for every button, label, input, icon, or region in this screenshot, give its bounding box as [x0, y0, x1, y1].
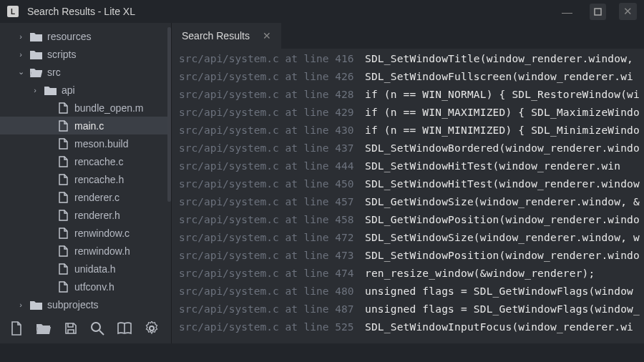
- tree-item-label: meson.build: [74, 138, 129, 150]
- result-location: src/api/system.c at line 437 (col 32):: [172, 140, 358, 157]
- folder-item[interactable]: ›resources: [0, 27, 171, 45]
- result-location: src/api/system.c at line 480 (col 46):: [172, 283, 358, 300]
- folder-icon: [30, 30, 42, 41]
- search-result-line[interactable]: src/api/system.c at line 480 (col 46): u…: [172, 283, 644, 300]
- file-icon: [57, 119, 69, 132]
- file-tree[interactable]: ›resources›scripts⌄src›apibundle_open.mm…: [0, 23, 171, 313]
- result-code: SDL_SetWindowTitle(window_renderer.windo…: [358, 50, 644, 68]
- close-icon[interactable]: ✕: [263, 30, 271, 41]
- search-result-line[interactable]: src/api/system.c at line 457 (col 28):SD…: [172, 193, 644, 211]
- file-item[interactable]: unidata.h: [0, 260, 171, 278]
- search-result-line[interactable]: src/api/system.c at line 525 (col 34):SD…: [172, 318, 644, 336]
- app-icon: L: [7, 6, 19, 17]
- result-location: src/api/system.c at line 472 (col 28):: [172, 229, 358, 247]
- result-code: unsigned flags = SDL_GetWindowFlags(wind…: [358, 283, 644, 300]
- search-result-line[interactable]: src/api/system.c at line 437 (col 32):SD…: [172, 140, 644, 157]
- file-item[interactable]: rencache.h: [0, 170, 171, 188]
- search-result-line[interactable]: src/api/system.c at line 474 (col 29):re…: [172, 265, 644, 283]
- search-result-line[interactable]: src/api/system.c at line 426 (col 34):SD…: [172, 68, 644, 86]
- file-icon: [57, 245, 69, 257]
- result-location: src/api/system.c at line 457 (col 28):: [172, 193, 358, 211]
- tabbar: Search Results ✕: [172, 23, 644, 49]
- search-result-line[interactable]: src/api/system.c at line 472 (col 28):SD…: [172, 229, 644, 247]
- file-item[interactable]: rencache.c: [0, 152, 171, 170]
- result-code: if (n == WIN_MINIMIZED) { SDL_MinimizeWi…: [358, 122, 644, 140]
- result-location: src/api/system.c at line 416 (col 29):: [172, 50, 358, 68]
- gear-icon[interactable]: [145, 321, 159, 336]
- chevron-right-icon[interactable]: ›: [17, 32, 24, 41]
- result-code: SDL_SetWindowBordered(window_renderer.wi…: [358, 140, 644, 157]
- book-icon[interactable]: [117, 322, 132, 335]
- file-icon: [57, 227, 69, 239]
- file-item[interactable]: renwindow.c: [0, 224, 171, 242]
- tree-item-label: rencache.h: [74, 174, 124, 185]
- result-code: if (n == WIN_NORMAL) { SDL_RestoreWindow…: [358, 86, 644, 104]
- svg-point-1: [92, 323, 100, 331]
- result-code: SDL_GetWindowPosition(window_renderer.wi…: [358, 211, 644, 229]
- file-item[interactable]: main.c: [0, 117, 171, 134]
- result-code: SDL_GetWindowSize(window_renderer.window…: [358, 193, 644, 211]
- file-item[interactable]: renderer.c: [0, 188, 171, 206]
- search-result-line[interactable]: src/api/system.c at line 473 (col 32):SD…: [172, 247, 644, 265]
- tab-search-results[interactable]: Search Results ✕: [172, 23, 282, 49]
- folder-item[interactable]: ›scripts: [0, 45, 171, 63]
- folder-item[interactable]: ⌄src: [0, 63, 171, 81]
- result-code: SDL_SetWindowHitTest(window_renderer.win: [358, 157, 644, 175]
- tree-item-label: renderer.c: [74, 192, 119, 203]
- search-result-line[interactable]: src/api/system.c at line 450 (col 31):SD…: [172, 175, 644, 193]
- file-item[interactable]: renwindow.h: [0, 242, 171, 260]
- chevron-right-icon[interactable]: ›: [31, 86, 39, 94]
- search-icon[interactable]: [90, 321, 104, 336]
- folder-icon: [44, 84, 56, 95]
- window-title: Search Results - Lite XL: [27, 6, 135, 17]
- file-icon: [57, 280, 69, 293]
- result-location: src/api/system.c at line 428 (col 51):: [172, 86, 358, 104]
- statusbar: [0, 343, 644, 362]
- folder-item[interactable]: ›subprojects: [0, 295, 171, 313]
- tree-item-label: bundle_open.m: [74, 102, 144, 114]
- result-location: src/api/system.c at line 473 (col 32):: [172, 247, 358, 265]
- search-result-line[interactable]: src/api/system.c at line 430 (col 55):if…: [172, 122, 644, 140]
- search-result-line[interactable]: src/api/system.c at line 429 (col 55):if…: [172, 104, 644, 122]
- result-code: SDL_SetWindowInputFocus(window_renderer.…: [358, 318, 644, 336]
- tree-item-label: subprojects: [47, 299, 99, 310]
- file-icon: [57, 209, 69, 221]
- new-file-icon[interactable]: [10, 321, 23, 336]
- folder-icon: [30, 298, 42, 310]
- result-code: if (n == WIN_MAXIMIZED) { SDL_MaximizeWi…: [358, 104, 644, 122]
- tree-item-label: renwindow.h: [74, 245, 130, 257]
- file-icon: [57, 191, 69, 203]
- chevron-right-icon[interactable]: ›: [17, 300, 24, 309]
- chevron-right-icon[interactable]: ›: [17, 50, 24, 59]
- file-item[interactable]: renderer.h: [0, 206, 171, 224]
- file-icon: [57, 137, 69, 150]
- file-icon: [57, 263, 69, 275]
- search-results-editor[interactable]: src/api/system.c at line 416 (col 29):SD…: [172, 49, 644, 343]
- maximize-button[interactable]: [590, 4, 606, 20]
- tree-item-label: utfconv.h: [74, 281, 114, 293]
- search-result-line[interactable]: src/api/system.c at line 444 (col 33): S…: [172, 157, 644, 175]
- search-result-line[interactable]: src/api/system.c at line 428 (col 51):if…: [172, 86, 644, 104]
- result-code: SDL_SetWindowHitTest(window_renderer.win…: [358, 175, 644, 193]
- search-result-line[interactable]: src/api/system.c at line 458 (col 32):SD…: [172, 211, 644, 229]
- search-result-line[interactable]: src/api/system.c at line 416 (col 29):SD…: [172, 50, 644, 68]
- result-location: src/api/system.c at line 444 (col 33):: [172, 157, 358, 175]
- tree-scrollbar[interactable]: [167, 27, 171, 202]
- file-item[interactable]: bundle_open.m: [0, 99, 171, 117]
- save-icon[interactable]: [64, 322, 77, 335]
- result-location: src/api/system.c at line 430 (col 55):: [172, 122, 358, 140]
- result-code: unsigned flags = SDL_GetWindowFlags(wind…: [358, 300, 644, 318]
- file-item[interactable]: utfconv.h: [0, 278, 171, 295]
- file-icon: [57, 155, 69, 167]
- close-button[interactable]: ✕: [619, 3, 637, 20]
- tree-item-label: unidata.h: [74, 263, 116, 275]
- tree-item-label: scripts: [47, 49, 76, 60]
- search-result-line[interactable]: src/api/system.c at line 487 (col 46):un…: [172, 300, 644, 318]
- minimize-button[interactable]: —: [557, 4, 577, 20]
- open-folder-icon[interactable]: [36, 322, 52, 335]
- result-location: src/api/system.c at line 450 (col 31):: [172, 175, 358, 193]
- chevron-down-icon[interactable]: ⌄: [17, 67, 24, 77]
- folder-item[interactable]: ›api: [0, 81, 171, 99]
- file-icon: [57, 102, 69, 114]
- file-item[interactable]: meson.build: [0, 134, 171, 152]
